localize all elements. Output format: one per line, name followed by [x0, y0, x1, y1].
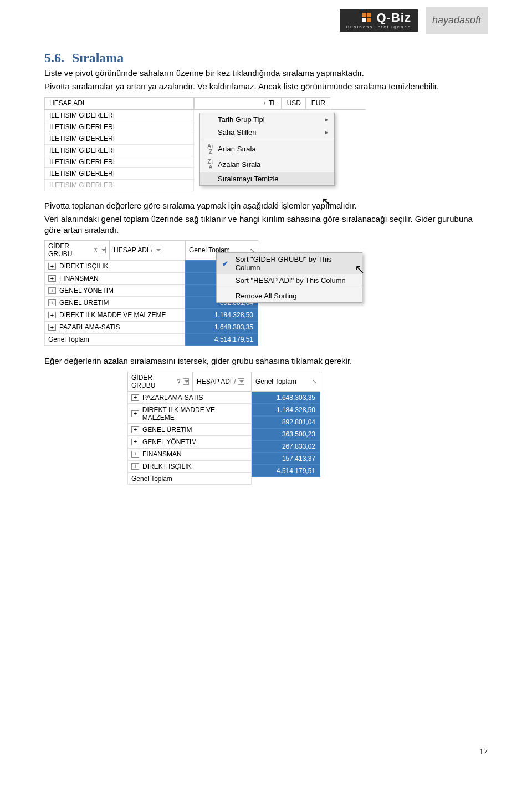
expand-icon[interactable]: + — [48, 287, 56, 294]
page-number: 17 — [479, 747, 488, 756]
menu-artan-sirala[interactable]: A↓ZArtan Sırala — [200, 141, 334, 157]
paragraph-1: Liste ve pivot görünümde sahaların üzeri… — [44, 68, 488, 79]
sort-asc-icon: A↓Z — [203, 144, 218, 155]
expand-icon[interactable]: + — [48, 263, 56, 270]
pivot-row[interactable]: +GENEL YÖNETIM — [127, 436, 252, 448]
list-row[interactable]: ILETISIM GIDERLERI — [44, 180, 194, 191]
section-heading: 5.6.Sıralama — [44, 50, 488, 65]
pivot-value[interactable]: 157.413,37 — [252, 453, 320, 465]
pivot-row[interactable]: +GENEL ÜRETIM — [44, 297, 185, 309]
list-row[interactable]: ILETISIM GIDERLERI — [44, 156, 194, 168]
expand-icon[interactable]: + — [131, 463, 139, 470]
expand-icon[interactable]: + — [131, 410, 139, 417]
menu-sort-hesap-adi[interactable]: Sort "HESAP ADI" by This Column — [217, 274, 362, 287]
expand-icon[interactable]: + — [131, 426, 139, 433]
menu-remove-sorting[interactable]: Remove All Sorting — [217, 290, 362, 302]
pivot-row[interactable]: +DIREKT ILK MADDE VE MALZEME — [44, 309, 185, 321]
page-header: Q-Biz Business Intelligence hayadasoft — [44, 0, 488, 34]
hayadasoft-logo: hayadasoft — [426, 7, 488, 34]
qbiz-logo-sub: Business Intelligence — [346, 25, 411, 29]
list-row[interactable]: ILETISIM GIDERLERI — [44, 121, 194, 133]
cursor-icon: ↖ — [321, 195, 331, 209]
pivot-value[interactable]: 892.801,04 — [252, 416, 320, 428]
col-tl[interactable]: /TL — [194, 97, 282, 109]
pivot-row[interactable]: +DIREKT ISÇILIK — [127, 460, 252, 473]
pivot-value[interactable]: 363.500,23 — [252, 428, 320, 440]
check-icon: ✔ — [220, 260, 231, 268]
expand-icon[interactable]: + — [131, 439, 139, 445]
pivot-value[interactable]: 1.648.303,35 — [185, 321, 258, 333]
menu-siralamayi-temizle[interactable]: Sıralamayı Temizle — [200, 172, 334, 185]
cursor-icon: ↖ — [355, 262, 365, 277]
paragraph-3: Pivotta toplanan değerlere göre sıralama… — [44, 200, 488, 211]
pivot-value[interactable]: 1.648.303,35 — [252, 392, 320, 404]
pivot-value[interactable]: 1.184.328,50 — [185, 309, 258, 321]
col-usd[interactable]: USD — [282, 97, 306, 109]
qbiz-logo-text: Q-Biz — [376, 12, 411, 24]
pivot-grand-total-value: 4.514.179,51 — [185, 333, 258, 346]
expand-icon[interactable]: + — [48, 299, 56, 306]
col-gider-grubu[interactable]: GİDER GRUBU⊽ — [127, 372, 193, 392]
filter-icon[interactable] — [100, 247, 106, 253]
filter-icon[interactable] — [155, 247, 161, 253]
pivot-row[interactable]: +GENEL ÜRETIM — [127, 424, 252, 436]
menu-tarih-grup-tipi[interactable]: Tarih Grup Tipi — [200, 113, 334, 126]
col-genel-toplam[interactable]: Genel Toplam⤡ — [252, 372, 320, 392]
menu-saha-stilleri[interactable]: Saha Stilleri — [200, 126, 334, 139]
list-row[interactable]: ILETISIM GIDERLERI — [44, 145, 194, 156]
pivot-row[interactable]: +GENEL YÖNETIM — [44, 285, 185, 297]
context-menu: Tarih Grup Tipi Saha Stilleri A↓ZArtan S… — [200, 113, 335, 186]
pivot-row[interactable]: +FINANSMAN — [127, 448, 252, 460]
expand-icon[interactable]: + — [48, 312, 56, 318]
pivot-row[interactable]: +DIREKT ISÇILIK — [44, 260, 185, 272]
pivot-row[interactable]: +FINANSMAN — [44, 272, 185, 285]
sort-desc-icon: Z↓A — [203, 159, 218, 170]
col-hesap-adi[interactable]: HESAP ADI/ — [193, 372, 252, 392]
list-row[interactable]: ILETISIM GIDERLERI — [44, 168, 194, 180]
screenshot-pivot-descending: GİDER GRUBU⊽ HESAP ADI/ Genel Toplam⤡ +P… — [127, 372, 371, 485]
pivot-row[interactable]: +PAZARLAMA-SATIS — [127, 392, 252, 404]
col-eur[interactable]: EUR — [306, 97, 330, 109]
filter-icon[interactable] — [238, 378, 244, 385]
paragraph-4: Veri alanındaki genel toplam üzerinde sa… — [44, 214, 488, 236]
expand-icon[interactable]: + — [48, 275, 56, 282]
menu-sort-gider-grubu[interactable]: ✔Sort "GİDER GRUBU" by This Column — [217, 253, 362, 274]
col-hesap-adi[interactable]: HESAP ADI — [44, 97, 194, 109]
paragraph-5: Eğer değerlerin azalan sıralamasını iste… — [44, 356, 488, 367]
expand-icon[interactable]: + — [131, 451, 139, 458]
list-row[interactable]: ILETISIM GIDERLERI — [44, 110, 194, 121]
sort-asc-icon: ⊼ — [94, 247, 98, 253]
context-menu: ✔Sort "GİDER GRUBU" by This Column Sort … — [216, 252, 362, 303]
pivot-value[interactable]: 267.833,02 — [252, 440, 320, 453]
sort-desc-icon: ⊽ — [177, 378, 181, 384]
pivot-grand-total-label: Genel Toplam — [44, 333, 185, 346]
col-hesap-adi[interactable]: HESAP ADI/ — [110, 240, 185, 260]
screenshot-pivot-ascending: GİDER GRUBU⊼ HESAP ADI/ Genel Toplam⤡ +D… — [44, 240, 360, 346]
list-row[interactable]: ILETISIM GIDERLERI — [44, 133, 194, 145]
pivot-value[interactable]: 1.184.328,50 — [252, 404, 320, 416]
pivot-grand-total-label: Genel Toplam — [127, 473, 252, 485]
pivot-grand-total-value: 4.514.179,51 — [252, 465, 320, 477]
col-gider-grubu[interactable]: GİDER GRUBU⊼ — [44, 240, 110, 260]
pivot-row[interactable]: +PAZARLAMA-SATIS — [44, 321, 185, 333]
screenshot-list-sort: HESAP ADI /TL USD EUR ILETISIM GIDERLERI… — [44, 97, 366, 191]
qbiz-logo: Q-Biz Business Intelligence — [340, 9, 418, 32]
expand-icon[interactable]: + — [48, 324, 56, 331]
expand-icon[interactable]: + — [131, 394, 139, 401]
paragraph-2: Pivotta sıralamalar ya artan ya azalandı… — [44, 81, 488, 92]
pivot-row[interactable]: +DIREKT ILK MADDE VE MALZEME — [127, 404, 252, 424]
filter-icon[interactable] — [183, 378, 189, 385]
pin-icon: ⤡ — [312, 378, 316, 384]
menu-azalan-sirala[interactable]: Z↓AAzalan Sırala — [200, 157, 334, 172]
